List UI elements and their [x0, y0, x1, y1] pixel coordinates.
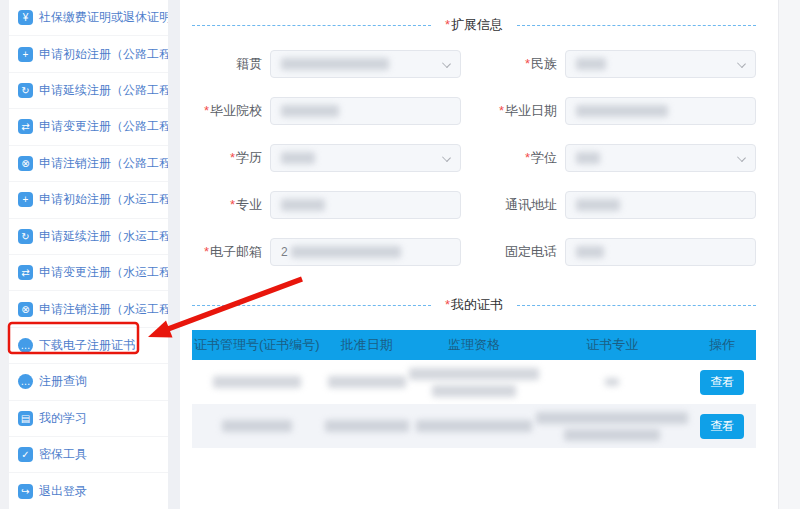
field-label: *学历: [192, 149, 270, 167]
sidebar: ¥ 社保缴费证明或退休证明 + 申请初始注册（公路工程） ↻ 申请延续注册（公路…: [9, 0, 168, 509]
ellipsis-icon: …: [18, 374, 33, 389]
sidebar-item-label: 申请初始注册（公路工程）: [39, 46, 168, 63]
sidebar-item-label: 社保缴费证明或退休证明: [39, 9, 168, 26]
field-graduation-school: *毕业院校: [192, 97, 461, 125]
column-header-actions: 操作: [688, 336, 756, 354]
sidebar-item-renew-registration-highway[interactable]: ↻ 申请延续注册（公路工程）: [9, 73, 168, 109]
chevron-down-icon: [442, 153, 451, 162]
certificates-section-header: *我的证书: [192, 296, 756, 314]
main-scrollbar[interactable]: [778, 0, 800, 509]
sidebar-item-change-registration-highway[interactable]: ⇄ 申请变更注册（公路工程）: [9, 109, 168, 145]
field-label: *学位: [487, 149, 565, 167]
degree-select[interactable]: [565, 144, 756, 172]
masked-value: [281, 152, 315, 164]
field-label: *民族: [487, 55, 565, 73]
email-input[interactable]: 2: [270, 238, 461, 266]
column-header-supervision-qualification: 监理资格: [412, 336, 536, 354]
chevron-down-icon: [737, 153, 746, 162]
view-button[interactable]: 查看: [700, 370, 744, 395]
graduation-school-input[interactable]: [270, 97, 461, 125]
sidebar-item-logout[interactable]: ↪ 退出登录: [9, 473, 168, 508]
sidebar-item-change-registration-waterway[interactable]: ⇄ 申请变更注册（水运工程）: [9, 255, 168, 291]
graduation-date-input[interactable]: [565, 97, 756, 125]
sidebar-item-label: 注册查询: [39, 373, 87, 390]
field-label: 固定电话: [487, 243, 565, 261]
email-value-prefix: 2: [281, 245, 288, 259]
sidebar-item-cancel-registration-highway[interactable]: ⊗ 申请注销注册（公路工程）: [9, 146, 168, 182]
sidebar-item-label: 我的学习: [39, 410, 87, 427]
ellipsis-icon: …: [18, 338, 33, 353]
cell-actions: 查看: [688, 414, 756, 439]
masked-value: [281, 105, 339, 117]
masked-value: [325, 420, 409, 432]
masked-value: [281, 199, 325, 211]
sidebar-item-initial-registration-highway[interactable]: + 申请初始注册（公路工程）: [9, 36, 168, 72]
sidebar-item-label: 退出登录: [39, 483, 87, 500]
certificates-table: 证书管理号(证书编号) 批准日期 监理资格 证书专业 操作 查看 查看: [192, 330, 756, 448]
divider-line: [517, 25, 756, 26]
sidebar-scroll-rail[interactable]: [0, 0, 9, 509]
major-input[interactable]: [270, 191, 461, 219]
cell-certificate-number: [192, 376, 322, 388]
sidebar-item-my-learning[interactable]: ▤ 我的学习: [9, 401, 168, 437]
divider-line: [517, 305, 756, 306]
change-registration-waterway-icon: ⇄: [18, 265, 33, 280]
table-row: 查看: [192, 360, 756, 404]
field-label: *毕业日期: [487, 102, 565, 120]
field-major: *专业: [192, 191, 461, 219]
chevron-down-icon: [442, 59, 451, 68]
cancel-registration-highway-icon: ⊗: [18, 156, 33, 171]
masked-value: [576, 199, 620, 211]
column-header-certificate-number: 证书管理号(证书编号): [192, 336, 322, 354]
cancel-registration-waterway-icon: ⊗: [18, 302, 33, 317]
sidebar-item-security-tools[interactable]: ✓ 密保工具: [9, 437, 168, 473]
native-place-select[interactable]: [270, 50, 461, 78]
masked-value: [213, 376, 301, 388]
column-header-approval-date: 批准日期: [322, 336, 412, 354]
masked-value: [576, 152, 600, 164]
shield-check-icon: ✓: [18, 447, 33, 462]
field-landline-phone: 固定电话: [487, 238, 756, 266]
divider-line: [192, 305, 431, 306]
masked-value: [576, 105, 668, 117]
initial-registration-waterway-icon: +: [18, 192, 33, 207]
masked-value: [576, 246, 604, 258]
sidebar-item-label: 申请变更注册（公路工程）: [39, 118, 168, 135]
masked-value: [576, 58, 606, 70]
sidebar-item-initial-registration-waterway[interactable]: + 申请初始注册（水运工程）: [9, 182, 168, 218]
masked-value: [409, 368, 539, 380]
masked-value: [432, 385, 516, 397]
view-button[interactable]: 查看: [700, 414, 744, 439]
sidebar-item-label: 密保工具: [39, 446, 87, 463]
cell-certificate-major: [536, 412, 688, 441]
chevron-down-icon: [737, 59, 746, 68]
renew-registration-waterway-icon: ↻: [18, 229, 33, 244]
field-native-place: 籍贯: [192, 50, 461, 78]
sidebar-item-social-insurance-proof[interactable]: ¥ 社保缴费证明或退休证明: [9, 0, 168, 36]
sidebar-item-renew-registration-waterway[interactable]: ↻ 申请延续注册（水运工程）: [9, 219, 168, 255]
required-mark: *: [445, 297, 450, 312]
masked-value: [291, 246, 401, 258]
sidebar-item-download-e-certificate[interactable]: … 下载电子注册证书: [9, 328, 168, 364]
certificates-table-header: 证书管理号(证书编号) 批准日期 监理资格 证书专业 操作: [192, 330, 756, 360]
education-select[interactable]: [270, 144, 461, 172]
field-ethnicity: *民族: [487, 50, 756, 78]
change-registration-highway-icon: ⇄: [18, 119, 33, 134]
masked-value: [564, 429, 660, 441]
masked-value: [328, 376, 406, 388]
field-degree: *学位: [487, 144, 756, 172]
required-mark: *: [445, 17, 450, 32]
section-title-extended-info: *扩展信息: [431, 16, 517, 34]
cell-approval-date: [322, 420, 412, 432]
ethnicity-select[interactable]: [565, 50, 756, 78]
landline-phone-input[interactable]: [565, 238, 756, 266]
field-graduation-date: *毕业日期: [487, 97, 756, 125]
sidebar-item-registration-query[interactable]: … 注册查询: [9, 364, 168, 400]
field-label: *专业: [192, 196, 270, 214]
cell-supervision-qualification: [412, 420, 536, 432]
sidebar-item-cancel-registration-waterway[interactable]: ⊗ 申请注销注册（水运工程）: [9, 291, 168, 327]
masked-value: [281, 58, 389, 70]
divider-line: [192, 25, 431, 26]
sidebar-item-label: 申请初始注册（水运工程）: [39, 191, 168, 208]
mailing-address-input[interactable]: [565, 191, 756, 219]
